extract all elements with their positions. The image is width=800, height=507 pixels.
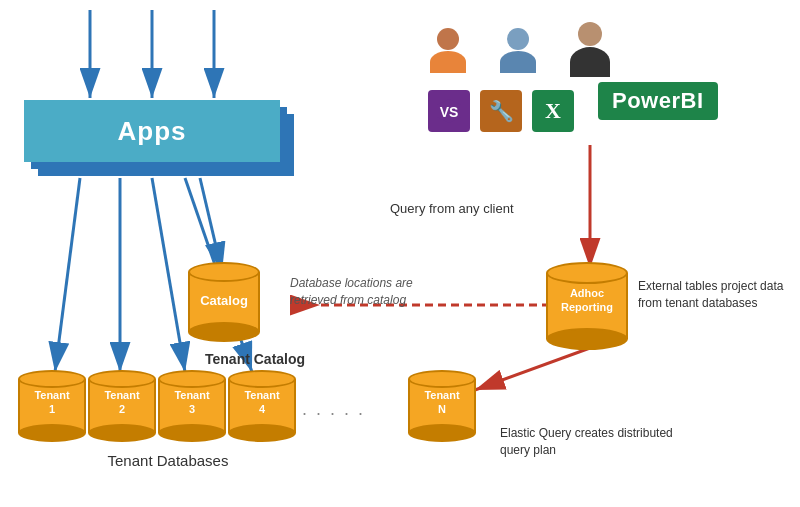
user-head-2 [507, 28, 529, 50]
svg-line-11 [200, 178, 222, 272]
powerbi-badge[interactable]: PowerBI [598, 82, 718, 120]
tenant-4-cylinder: Tenant4 [228, 370, 296, 442]
svg-line-7 [55, 178, 80, 372]
svg-line-14 [475, 348, 590, 390]
user-head-1 [437, 28, 459, 50]
user-head-3 [578, 22, 602, 46]
excel-icon: X [532, 90, 574, 132]
user-figure-3 [570, 22, 610, 77]
svg-text:VS: VS [440, 104, 459, 120]
apps-front: Apps [24, 100, 280, 162]
apps-label: Apps [118, 116, 187, 147]
db-locations-annotation: Database locations are retrieved from ca… [290, 275, 435, 309]
tenant-1-cylinder: Tenant1 [18, 370, 86, 442]
user-body-1 [430, 51, 466, 73]
catalog-cylinder: Catalog [188, 262, 260, 342]
tools-icon: 🔧 [480, 90, 522, 132]
adhoc-cylinder: AdhocReporting [546, 262, 628, 350]
visual-studio-icon: VS [428, 90, 470, 132]
tenant-3-cylinder: Tenant3 [158, 370, 226, 442]
svg-line-9 [152, 178, 185, 372]
tenant-n-cylinder: TenantN [408, 370, 476, 442]
tenant-2-cylinder: Tenant2 [88, 370, 156, 442]
external-tables-annotation: External tables project data from tenant… [638, 278, 788, 312]
user-figure-1 [430, 28, 466, 73]
user-body-2 [500, 51, 536, 73]
user-figure-2 [500, 28, 536, 73]
tenant-dots: · · · · · [302, 403, 365, 424]
elastic-query-annotation: Elastic Query creates distributed query … [500, 425, 680, 459]
query-annotation: Query from any client [390, 200, 514, 218]
user-body-3 [570, 47, 610, 77]
tenant-databases-label: Tenant Databases [18, 452, 318, 469]
tenant-catalog-label: Tenant Catalog [205, 350, 305, 370]
